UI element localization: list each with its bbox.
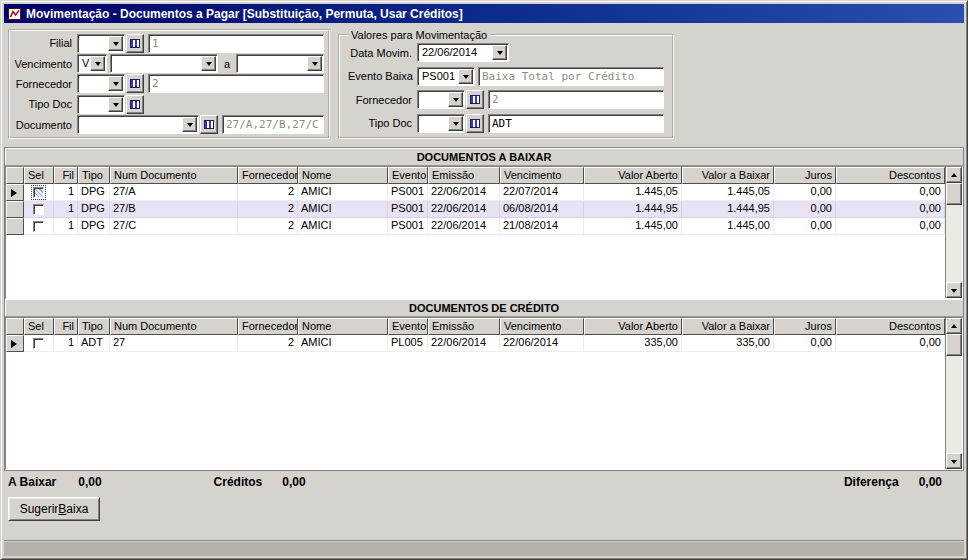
column-header-fil[interactable]: Fil: [54, 318, 78, 335]
vencimento-to-dropdown-button[interactable]: [307, 56, 322, 71]
column-header-sel[interactable]: Sel: [24, 167, 54, 184]
grid-body: Sel Fil Tipo Num Documento Fornecedor No…: [6, 167, 945, 298]
vencimento-operator-dropdown-button[interactable]: [90, 56, 105, 71]
scroll-thumb[interactable]: [946, 334, 962, 356]
cell-fil: 1: [54, 335, 78, 352]
evento-baixa-select[interactable]: PS001: [417, 67, 475, 86]
data-movim-dropdown-button[interactable]: [492, 45, 507, 60]
documento-select[interactable]: [77, 115, 199, 134]
column-header-valor-a-baixar[interactable]: Valor a Baixar: [682, 167, 774, 184]
tipo-doc-select[interactable]: [77, 95, 125, 114]
valores-tipo-doc-select-value: [418, 115, 447, 132]
fornecedor-value-field: 2: [148, 74, 324, 93]
tipo-doc-lookup-button[interactable]: [126, 95, 144, 114]
vencimento-from-select[interactable]: [110, 54, 218, 73]
column-header-fil[interactable]: Fil: [54, 167, 78, 184]
scroll-down-button[interactable]: [946, 453, 962, 469]
column-header-descontos[interactable]: Descontos: [836, 167, 945, 184]
arrow-down-icon: [206, 62, 212, 69]
valores-fornecedor-dropdown-button[interactable]: [448, 92, 463, 107]
tipo-doc-row: Tipo Doc: [14, 94, 324, 114]
valores-movimentacao-title: Valores para Movimentação: [348, 29, 490, 41]
column-header-juros[interactable]: Juros: [774, 318, 836, 335]
row-select-checkbox[interactable]: [33, 204, 44, 215]
vertical-scrollbar[interactable]: [945, 167, 962, 298]
row-select-checkbox[interactable]: [33, 221, 44, 232]
column-header-emissao[interactable]: Emissão: [428, 318, 500, 335]
table-row[interactable]: 1 DPG 27/A 2 AMICI PS001 22/06/2014 22/0…: [6, 184, 945, 201]
table-row[interactable]: 1 DPG 27/B 2 AMICI PS001 22/06/2014 06/0…: [6, 201, 945, 218]
evento-baixa-dropdown-button[interactable]: [458, 69, 473, 84]
column-header-evento[interactable]: Evento: [388, 167, 428, 184]
arrow-up-icon: [951, 321, 957, 328]
grid-documentos-a-baixar: Sel Fil Tipo Num Documento Fornecedor No…: [5, 166, 963, 299]
grid-empty-area: [6, 235, 945, 298]
filial-lookup-button[interactable]: [126, 34, 144, 53]
column-header-num-documento[interactable]: Num Documento: [110, 318, 238, 335]
creditos-value: 0,00: [282, 475, 305, 489]
cell-tipo: DPG: [78, 218, 110, 235]
column-header-nome[interactable]: Nome: [298, 318, 388, 335]
column-header-sel[interactable]: Sel: [24, 318, 54, 335]
cell-emissao: 22/06/2014: [428, 201, 500, 218]
row-select-checkbox[interactable]: [33, 187, 44, 198]
cell-evento: PS001: [388, 201, 428, 218]
documento-label: Documento: [14, 119, 72, 131]
sugerir-baixa-label-pre: Sugerir: [20, 502, 59, 516]
vencimento-from-dropdown-button[interactable]: [201, 56, 216, 71]
documento-lookup-button[interactable]: [200, 115, 218, 134]
cell-emissao: 22/06/2014: [428, 218, 500, 235]
vertical-scrollbar[interactable]: [945, 318, 962, 469]
filial-select[interactable]: [77, 34, 125, 53]
column-header-nome[interactable]: Nome: [298, 167, 388, 184]
column-header-valor-a-baixar[interactable]: Valor a Baixar: [682, 318, 774, 335]
table-row[interactable]: 1 DPG 27/C 2 AMICI PS001 22/06/2014 21/0…: [6, 218, 945, 235]
cell-num-documento: 27/B: [110, 201, 238, 218]
fornecedor-select[interactable]: [77, 74, 125, 93]
vencimento-operator-select[interactable]: V: [77, 54, 107, 73]
column-header-vencimento[interactable]: Vencimento: [500, 318, 584, 335]
fornecedor-lookup-button[interactable]: [126, 74, 144, 93]
sugerir-baixa-button[interactable]: Sugerir Baixa: [8, 497, 100, 521]
column-header-tipo[interactable]: Tipo: [78, 167, 110, 184]
valores-tipo-doc-dropdown-button[interactable]: [448, 116, 463, 131]
bottom-spacer: [4, 525, 964, 540]
scroll-up-button[interactable]: [946, 318, 962, 334]
scroll-track[interactable]: [946, 183, 962, 282]
column-header-descontos[interactable]: Descontos: [836, 318, 945, 335]
cell-fil: 1: [54, 184, 78, 201]
vencimento-to-select[interactable]: [236, 54, 324, 73]
cell-fornecedor: 2: [238, 218, 298, 235]
tipo-doc-dropdown-button[interactable]: [108, 97, 123, 112]
column-header-valor-aberto[interactable]: Valor Aberto: [584, 167, 682, 184]
scroll-down-button[interactable]: [946, 282, 962, 298]
valores-tipo-doc-value-field[interactable]: ADT: [488, 114, 664, 133]
column-header-fornecedor[interactable]: Fornecedor: [238, 318, 298, 335]
evento-baixa-code: PS001: [418, 68, 457, 85]
arrow-down-icon: [95, 62, 101, 69]
data-movim-select[interactable]: 22/06/2014: [417, 43, 509, 62]
valores-tipo-doc-lookup-button[interactable]: [466, 114, 484, 133]
filial-dropdown-button[interactable]: [108, 36, 123, 51]
column-header-fornecedor[interactable]: Fornecedor: [238, 167, 298, 184]
scroll-thumb[interactable]: [946, 183, 962, 205]
column-header-emissao[interactable]: Emissão: [428, 167, 500, 184]
row-select-checkbox[interactable]: [33, 338, 44, 349]
column-header-juros[interactable]: Juros: [774, 167, 836, 184]
column-header-tipo[interactable]: Tipo: [78, 318, 110, 335]
column-header-vencimento[interactable]: Vencimento: [500, 167, 584, 184]
valores-fornecedor-select[interactable]: [417, 90, 465, 109]
scroll-up-button[interactable]: [946, 167, 962, 183]
valores-fornecedor-lookup-button[interactable]: [466, 90, 484, 109]
table-row[interactable]: 1 ADT 27 2 AMICI PL005 22/06/2014 22/06/…: [6, 335, 945, 352]
fornecedor-dropdown-button[interactable]: [108, 76, 123, 91]
column-header-valor-aberto[interactable]: Valor Aberto: [584, 318, 682, 335]
valores-tipo-doc-select[interactable]: [417, 114, 465, 133]
scroll-track[interactable]: [946, 334, 962, 453]
table-lookup-icon: [130, 100, 140, 109]
title-bar[interactable]: Movimentação - Documentos a Pagar [Subst…: [4, 4, 964, 23]
documento-dropdown-button[interactable]: [182, 117, 197, 132]
column-header-evento[interactable]: Evento: [388, 318, 428, 335]
window-bottom-edge: [4, 540, 964, 556]
column-header-num-documento[interactable]: Num Documento: [110, 167, 238, 184]
